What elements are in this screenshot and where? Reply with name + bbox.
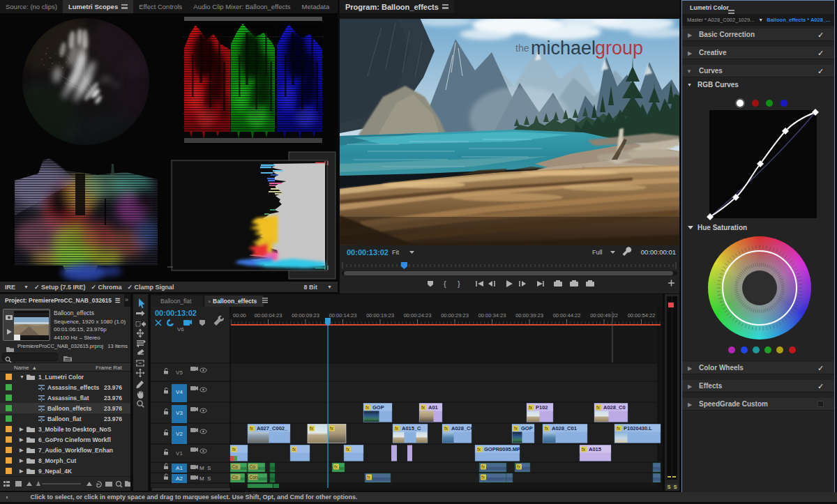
svg-text:Hue Saturation: Hue Saturation: [698, 224, 747, 231]
svg-text:V3: V3: [176, 410, 183, 416]
svg-text:fx: fx: [395, 426, 399, 431]
svg-text:00:00:09:23: 00:00:09:23: [292, 312, 319, 319]
svg-text:fx: fx: [545, 426, 549, 431]
svg-text:fx: fx: [330, 426, 334, 431]
svg-text:A015: A015: [589, 446, 601, 452]
svg-text:group: group: [595, 38, 643, 59]
svg-text:Co: Co: [250, 464, 256, 469]
svg-text:P1020430.L: P1020430.L: [624, 425, 652, 432]
svg-text:00:00:44:22: 00:00:44:22: [553, 312, 581, 319]
svg-text:fx: fx: [334, 464, 338, 469]
svg-text:S: S: [207, 465, 211, 471]
svg-text:V1: V1: [176, 450, 183, 457]
svg-text:00:00:29:23: 00:00:29:23: [441, 312, 469, 319]
svg-text:michael: michael: [531, 38, 596, 59]
svg-text:00:00:49:22: 00:00:49:22: [590, 312, 618, 319]
svg-text:Con: Con: [250, 475, 258, 480]
svg-text:V2: V2: [176, 431, 183, 437]
svg-text:00:00:04:23: 00:00:04:23: [255, 312, 282, 319]
svg-text:00:00:54:22: 00:00:54:22: [628, 312, 656, 319]
svg-text:fx: fx: [617, 426, 621, 431]
svg-text:fx: fx: [582, 447, 586, 452]
svg-text:fx: fx: [250, 426, 254, 431]
svg-text:00:00:13:02: 00:00:13:02: [347, 248, 389, 257]
svg-text:A1: A1: [176, 465, 183, 471]
svg-text:00:00: 00:00: [233, 312, 246, 319]
svg-text:fx: fx: [517, 464, 521, 469]
svg-text:A01: A01: [428, 404, 438, 411]
svg-text:{: {: [444, 280, 446, 288]
svg-text:M: M: [199, 475, 204, 482]
svg-text:V5: V5: [176, 369, 183, 376]
svg-text:fx: fx: [481, 475, 485, 480]
svg-text:00:00:00:01: 00:00:00:01: [641, 248, 676, 256]
svg-text:Balloon_effects: Balloon_effects: [213, 298, 257, 305]
svg-text:A028_C0: A028_C0: [603, 404, 626, 411]
svg-text:Full: Full: [592, 249, 603, 256]
svg-text:GOPR0095.MP: GOPR0095.MP: [484, 446, 520, 452]
svg-text:M: M: [199, 465, 204, 471]
svg-text:Co: Co: [232, 464, 239, 469]
svg-text:}: }: [458, 280, 460, 288]
svg-text:Co: Co: [232, 475, 239, 480]
svg-text:P102: P102: [536, 404, 548, 411]
svg-text:Fit: Fit: [392, 249, 399, 256]
svg-text:fx: fx: [477, 447, 481, 452]
svg-text:00:00:19:23: 00:00:19:23: [366, 312, 394, 319]
svg-text:fx: fx: [346, 447, 350, 452]
svg-text:fx: fx: [421, 405, 425, 410]
svg-text:00:00:39:23: 00:00:39:23: [515, 312, 543, 319]
svg-text:fx: fx: [481, 464, 485, 469]
svg-text:00:00:14:23: 00:00:14:23: [329, 312, 357, 319]
svg-text:A027_C002_: A027_C002_: [257, 425, 288, 432]
svg-text:fx: fx: [292, 447, 296, 452]
svg-text:00:00:24:23: 00:00:24:23: [404, 312, 432, 319]
svg-text:A028_C01: A028_C01: [552, 425, 577, 432]
svg-text:V4: V4: [176, 389, 183, 395]
svg-text:A015_C: A015_C: [402, 425, 421, 432]
svg-text:×: ×: [208, 298, 211, 305]
svg-text:00:00:34:23: 00:00:34:23: [478, 312, 506, 319]
svg-text:GOP: GOP: [372, 404, 384, 411]
svg-text:S: S: [207, 475, 211, 482]
svg-text:fx: fx: [310, 426, 314, 431]
svg-text:fx: fx: [514, 426, 518, 431]
svg-text:V6: V6: [177, 326, 184, 333]
svg-text:A028_CO: A028_CO: [451, 425, 475, 432]
svg-text:00:00:13:02: 00:00:13:02: [155, 309, 197, 317]
svg-text:Balloon_flat: Balloon_flat: [160, 298, 192, 305]
svg-text:fx: fx: [529, 405, 533, 410]
svg-text:fx: fx: [596, 405, 601, 410]
svg-text:fx: fx: [232, 447, 236, 452]
svg-text:GOP: GOP: [521, 425, 533, 432]
svg-text:fx: fx: [444, 426, 448, 431]
svg-text:A2: A2: [176, 475, 183, 482]
svg-text:fx: fx: [365, 405, 370, 410]
svg-text:fx: fx: [367, 475, 371, 480]
svg-text:the: the: [515, 43, 529, 54]
